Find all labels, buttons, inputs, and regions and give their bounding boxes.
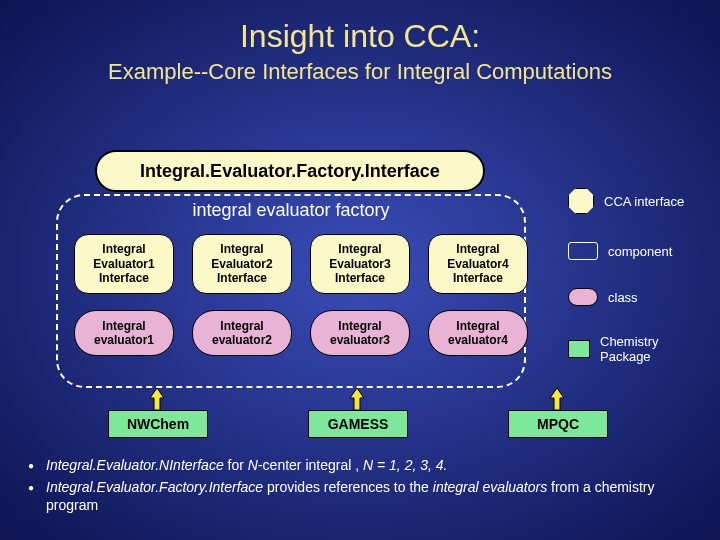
package-nwchem: NWChem <box>108 410 208 438</box>
legend-cca-interface: CCA interface <box>568 188 708 214</box>
evaluator4-interface-box: Integral Evaluator4 Interface <box>428 234 528 294</box>
legend-label: component <box>608 244 672 259</box>
evaluator3-interface-box: Integral Evaluator3 Interface <box>310 234 410 294</box>
text: Integral.Evaluator.Factory.Interface <box>46 479 263 495</box>
factory-interface-box: Integral.Evaluator.Factory.Interface <box>95 150 485 192</box>
interface-row: Integral Evaluator1 Interface Integral E… <box>74 234 528 294</box>
evaluator4-class-box: Integral evaluator4 <box>428 310 528 356</box>
factory-label: integral evaluator factory <box>56 200 526 221</box>
class-row: Integral evaluator1 Integral evaluator2 … <box>74 310 528 356</box>
legend-component: component <box>568 242 708 260</box>
evaluator3-class-box: Integral evaluator3 <box>310 310 410 356</box>
slide-subtitle: Example--Core Interfaces for Integral Co… <box>0 55 720 85</box>
arrow-gamess <box>350 388 364 410</box>
text: N <box>248 457 258 473</box>
evaluator2-interface-box: Integral Evaluator2 Interface <box>192 234 292 294</box>
evaluator1-class-box: Integral evaluator1 <box>74 310 174 356</box>
text: -center integral , <box>258 457 363 473</box>
package-row: NWChem GAMESS MPQC <box>108 410 608 438</box>
bullet-2: Integral.Evaluator.Factory.Interface pro… <box>28 478 700 514</box>
legend-label: Chemistry Package <box>600 334 708 364</box>
legend: CCA interface component class Chemistry … <box>568 188 708 392</box>
text: provides references to the <box>263 479 433 495</box>
evaluator1-interface-box: Integral Evaluator1 Interface <box>74 234 174 294</box>
arrow-mpqc <box>550 388 564 410</box>
legend-class: class <box>568 288 708 306</box>
evaluator2-class-box: Integral evaluator2 <box>192 310 292 356</box>
bullet-list: Integral.Evaluator.NInterface for N-cent… <box>28 456 700 519</box>
slide-title: Insight into CCA: <box>0 0 720 55</box>
pill-icon <box>568 288 598 306</box>
legend-label: class <box>608 290 638 305</box>
text: integral evaluators <box>433 479 547 495</box>
octagon-icon <box>568 188 594 214</box>
square-icon <box>568 340 590 358</box>
text: for <box>224 457 248 473</box>
rect-icon <box>568 242 598 260</box>
text: N = 1, 2, 3, 4. <box>363 457 447 473</box>
package-gamess: GAMESS <box>308 410 408 438</box>
bullet-1: Integral.Evaluator.NInterface for N-cent… <box>28 456 700 474</box>
text: Integral.Evaluator.NInterface <box>46 457 224 473</box>
arrow-nwchem <box>150 388 164 410</box>
legend-chemistry-package: Chemistry Package <box>568 334 708 364</box>
legend-label: CCA interface <box>604 194 684 209</box>
package-mpqc: MPQC <box>508 410 608 438</box>
